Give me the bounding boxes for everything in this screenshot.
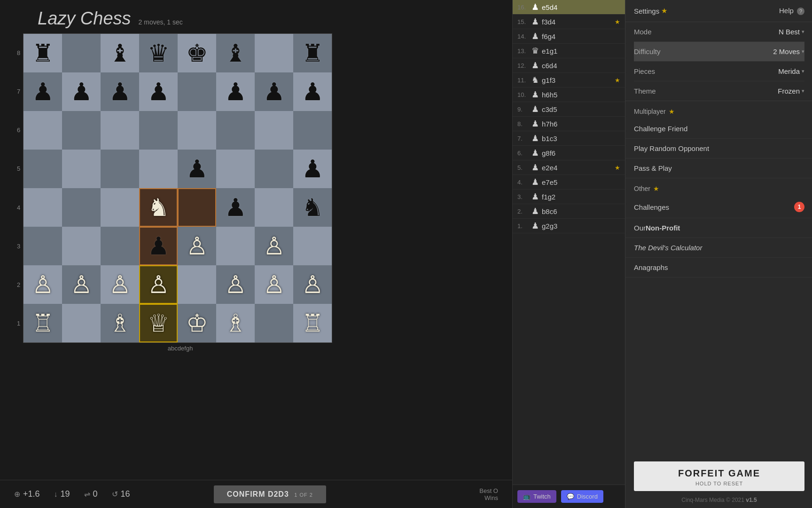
list-item[interactable]: 16. ♟ e5d4 bbox=[513, 0, 625, 15]
board-cell[interactable]: ♟ bbox=[62, 72, 101, 111]
board-cell[interactable]: ♟ bbox=[178, 150, 216, 188]
list-item[interactable]: 15. ♟ f3d4 ★ bbox=[513, 15, 625, 29]
pass-play-item[interactable]: Pass & Play bbox=[625, 159, 812, 178]
help-link[interactable]: Help ? bbox=[779, 7, 804, 15]
difficulty-row[interactable]: Difficulty 2 Moves ▾ bbox=[634, 42, 804, 62]
board-cell[interactable] bbox=[23, 111, 62, 150]
list-item[interactable]: 3. ♟ f1g2 bbox=[513, 190, 625, 204]
board-cell[interactable]: ♟ bbox=[216, 72, 255, 111]
board-cell[interactable] bbox=[178, 72, 216, 111]
board-cell[interactable] bbox=[255, 34, 293, 72]
board-cell[interactable]: ♗ bbox=[216, 304, 255, 342]
board-cell[interactable]: ♞ bbox=[139, 188, 178, 227]
list-item[interactable]: 10. ♟ h6h5 bbox=[513, 87, 625, 102]
board-cell[interactable]: ♜ bbox=[293, 34, 332, 72]
board-cell[interactable] bbox=[101, 227, 139, 265]
board-cell[interactable] bbox=[216, 150, 255, 188]
list-item[interactable]: 8. ♟ h7h6 bbox=[513, 117, 625, 131]
board-cell[interactable] bbox=[255, 111, 293, 150]
list-item[interactable]: 11. ♞ g1f3 ★ bbox=[513, 73, 625, 87]
board-cell[interactable]: ♙ bbox=[23, 265, 62, 304]
board-cell[interactable]: ♟ bbox=[216, 188, 255, 227]
board-cell[interactable]: ♕ bbox=[139, 304, 178, 342]
board-cell[interactable] bbox=[139, 111, 178, 150]
move-list[interactable]: 16. ♟ e5d4 15. ♟ f3d4 ★ 14. ♟ f6g4 13. ♛… bbox=[513, 0, 625, 484]
board-cell[interactable] bbox=[178, 111, 216, 150]
board-cell[interactable]: ♟ bbox=[255, 72, 293, 111]
theme-row[interactable]: Theme Frozen ▾ bbox=[634, 81, 804, 101]
board-cell[interactable] bbox=[23, 150, 62, 188]
challenges-item[interactable]: Challenges 1 bbox=[625, 196, 812, 218]
confirm-button[interactable]: CONFIRM D2D3 1 OF 2 bbox=[214, 485, 326, 503]
board-cell[interactable] bbox=[255, 150, 293, 188]
board-cell[interactable]: ♟ bbox=[139, 227, 178, 265]
pieces-row[interactable]: Pieces Merida ▾ bbox=[634, 62, 804, 81]
board-cell[interactable] bbox=[62, 227, 101, 265]
board-cell[interactable]: ♗ bbox=[101, 304, 139, 342]
chess-board[interactable]: ♜♝♛♚♝♜♟♟♟♟♟♟♟♟♟♞♟♞♟♙♙♙♙♙♙♙♙♙♖♗♕♔♗♖ bbox=[23, 33, 332, 343]
board-cell[interactable]: ♙ bbox=[255, 265, 293, 304]
list-item[interactable]: 12. ♟ c6d4 bbox=[513, 58, 625, 73]
list-item[interactable]: 1. ♟ g2g3 bbox=[513, 219, 625, 233]
board-cell[interactable]: ♖ bbox=[23, 304, 62, 342]
nonprofit-item[interactable]: Our Non-Profit bbox=[625, 218, 812, 238]
board-cell[interactable] bbox=[216, 227, 255, 265]
list-item[interactable]: 9. ♟ c3d5 bbox=[513, 102, 625, 117]
board-cell[interactable]: ♝ bbox=[101, 34, 139, 72]
board-cell[interactable]: ♞ bbox=[293, 188, 332, 227]
board-cell[interactable]: ♖ bbox=[293, 304, 332, 342]
board-cell[interactable]: ♙ bbox=[293, 265, 332, 304]
board-cell[interactable] bbox=[62, 34, 101, 72]
mode-row[interactable]: Mode N Best ▾ bbox=[634, 22, 804, 42]
board-cell[interactable] bbox=[23, 188, 62, 227]
board-cell[interactable]: ♜ bbox=[23, 34, 62, 72]
board-cell[interactable] bbox=[255, 188, 293, 227]
board-cell[interactable]: ♝ bbox=[216, 34, 255, 72]
board-cell[interactable] bbox=[23, 227, 62, 265]
board-cell[interactable]: ♙ bbox=[255, 227, 293, 265]
list-item[interactable]: 4. ♟ e7e5 bbox=[513, 175, 625, 190]
list-item[interactable]: 6. ♟ g8f6 bbox=[513, 146, 625, 160]
board-cell[interactable]: ♙ bbox=[139, 265, 178, 304]
board-cell[interactable]: ♟ bbox=[139, 72, 178, 111]
board-cell[interactable]: ♔ bbox=[178, 304, 216, 342]
board-cell[interactable] bbox=[62, 111, 101, 150]
devils-calc-item[interactable]: The Devil's Calculator bbox=[625, 238, 812, 258]
board-cell[interactable] bbox=[178, 265, 216, 304]
title-bar: Lazy Chess 2 moves, 1 sec bbox=[0, 0, 512, 33]
list-item[interactable]: 2. ♟ b8c6 bbox=[513, 204, 625, 219]
board-cell[interactable]: ♛ bbox=[139, 34, 178, 72]
board-cell[interactable] bbox=[178, 188, 216, 227]
board-cell[interactable]: ♙ bbox=[101, 265, 139, 304]
board-cell[interactable] bbox=[62, 188, 101, 227]
settings-link[interactable]: Settings ★ bbox=[634, 7, 667, 15]
board-cell[interactable] bbox=[101, 188, 139, 227]
anagraphs-item[interactable]: Anagraphs bbox=[625, 258, 812, 278]
board-cell[interactable] bbox=[293, 111, 332, 150]
board-cell[interactable] bbox=[139, 150, 178, 188]
board-cell[interactable]: ♙ bbox=[178, 227, 216, 265]
list-item[interactable]: 13. ♛ e1g1 bbox=[513, 44, 625, 58]
list-item[interactable]: 7. ♟ b1c3 bbox=[513, 131, 625, 146]
board-cell[interactable] bbox=[216, 111, 255, 150]
board-cell[interactable]: ♟ bbox=[293, 150, 332, 188]
board-cell[interactable] bbox=[101, 111, 139, 150]
discord-button[interactable]: 💬 Discord bbox=[561, 490, 603, 503]
board-cell[interactable] bbox=[101, 150, 139, 188]
board-cell[interactable]: ♟ bbox=[23, 72, 62, 111]
play-random-item[interactable]: Play Random Opponent bbox=[625, 139, 812, 159]
board-cell[interactable]: ♟ bbox=[101, 72, 139, 111]
board-cell[interactable]: ♙ bbox=[216, 265, 255, 304]
challenge-friend-item[interactable]: Challenge Friend bbox=[625, 119, 812, 139]
board-cell[interactable]: ♚ bbox=[178, 34, 216, 72]
board-cell[interactable] bbox=[293, 227, 332, 265]
board-cell[interactable] bbox=[62, 304, 101, 342]
board-cell[interactable]: ♙ bbox=[62, 265, 101, 304]
list-item[interactable]: 14. ♟ f6g4 bbox=[513, 29, 625, 44]
list-item[interactable]: 5. ♟ e2e4 ★ bbox=[513, 160, 625, 175]
board-cell[interactable]: ♟ bbox=[293, 72, 332, 111]
board-cell[interactable] bbox=[62, 150, 101, 188]
board-cell[interactable] bbox=[255, 304, 293, 342]
forfeit-button[interactable]: FORFEIT GAME HOLD TO RESET bbox=[634, 461, 804, 491]
twitch-button[interactable]: 📺 Twitch bbox=[517, 490, 556, 503]
